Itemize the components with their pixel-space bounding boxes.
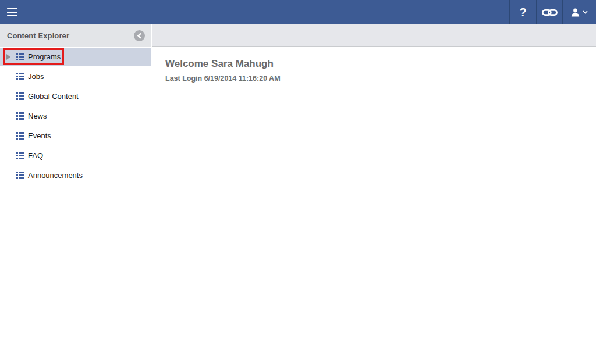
list-icon	[16, 152, 24, 159]
chevron-down-icon	[583, 10, 588, 14]
top-bar-actions: ?	[509, 0, 596, 24]
sidebar-item-events[interactable]: Events	[0, 127, 151, 145]
list-icon	[16, 112, 24, 120]
list-icon	[16, 73, 24, 80]
question-mark-icon: ?	[519, 6, 526, 18]
sidebar-item-news[interactable]: News	[0, 107, 151, 125]
list-icon	[16, 92, 24, 100]
last-login-text: Last Login 6/19/2014 11:16:20 AM	[165, 74, 596, 83]
sidebar-item-label: News	[28, 112, 47, 120]
collapse-sidebar-button[interactable]	[134, 30, 145, 41]
sidebar-item-global-content[interactable]: Global Content	[0, 87, 151, 105]
sidebar-item-announcements[interactable]: Announcements	[0, 166, 151, 184]
hamburger-icon	[7, 8, 17, 10]
link-icon	[542, 8, 558, 17]
main-area: Welcome Sara Mahugh Last Login 6/19/2014…	[152, 24, 596, 364]
sidebar-item-faq[interactable]: FAQ	[0, 147, 151, 165]
user-menu-button[interactable]	[562, 0, 596, 24]
list-icon	[16, 132, 24, 140]
sidebar-item-label: Events	[28, 131, 51, 140]
chevron-left-icon	[137, 33, 142, 39]
welcome-heading: Welcome Sara Mahugh	[165, 58, 596, 70]
sidebar-item-label: FAQ	[28, 151, 43, 160]
sidebar-header: Content Explorer	[0, 24, 151, 47]
sidebar-item-label: Announcements	[28, 171, 83, 180]
welcome-panel: Welcome Sara Mahugh Last Login 6/19/2014…	[152, 47, 596, 83]
sidebar-title: Content Explorer	[7, 31, 69, 40]
main-header-strip	[152, 24, 596, 47]
sidebar-nav: Programs Jobs Global Content News Events…	[0, 47, 151, 184]
sidebar-item-label: Programs	[28, 52, 61, 61]
hamburger-menu-button[interactable]	[0, 0, 27, 24]
list-icon	[16, 172, 24, 179]
help-button[interactable]: ?	[509, 0, 536, 24]
caret-right-icon[interactable]	[6, 54, 10, 60]
sidebar: Content Explorer Programs Jobs Global Co…	[0, 24, 151, 364]
top-bar: ?	[0, 0, 596, 24]
user-icon	[571, 8, 580, 17]
sidebar-item-label: Jobs	[28, 72, 44, 81]
link-button[interactable]	[536, 0, 562, 24]
list-icon	[16, 53, 24, 60]
sidebar-item-label: Global Content	[28, 92, 79, 101]
sidebar-item-jobs[interactable]: Jobs	[0, 67, 151, 85]
sidebar-item-programs[interactable]: Programs	[0, 48, 151, 66]
